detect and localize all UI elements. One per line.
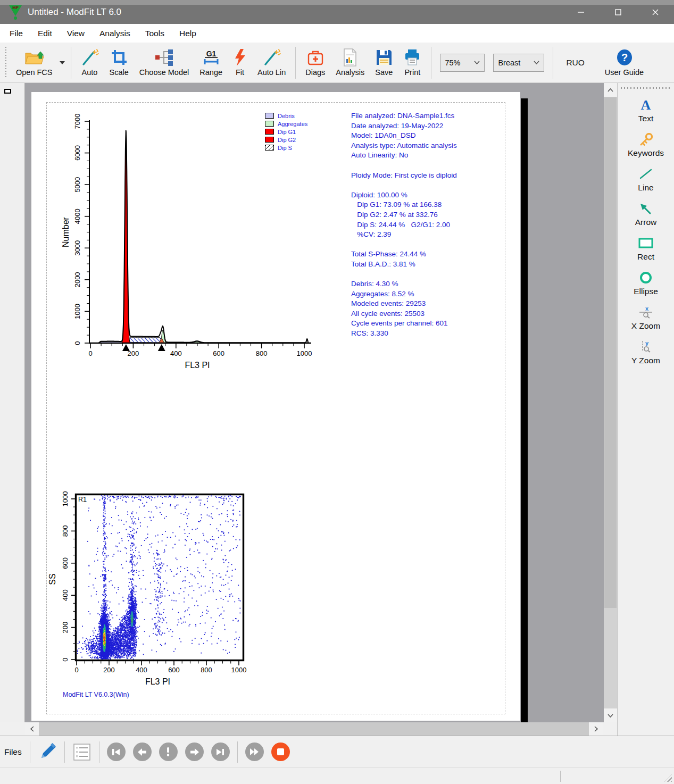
menu-analysis[interactable]: Analysis [92,24,138,43]
left-margin-strip [0,83,24,722]
svg-text:6000: 6000 [73,145,81,161]
first-aid-kit-icon [306,48,324,66]
stop-button[interactable] [271,743,290,761]
error-files-button[interactable] [159,743,178,761]
scroll-left-button[interactable] [25,722,39,736]
menu-file[interactable]: File [2,24,30,43]
vertical-scroll-thumb[interactable] [604,97,617,608]
scroll-down-button[interactable] [604,708,617,722]
model-type-select[interactable]: Breast [493,54,544,72]
choose-model-button[interactable]: Choose Model [134,44,195,81]
open-fcs-dropdown-arrow[interactable] [58,44,66,81]
line-icon [639,167,653,181]
svg-text:400: 400 [61,589,69,601]
scroll-right-button[interactable] [589,722,603,736]
svg-text:1000: 1000 [231,666,247,674]
tool-keywords[interactable]: Keywords [618,132,674,158]
y-zoom-icon: y [638,340,653,354]
tool-text[interactable]: A Text [618,98,674,123]
tool-arrow[interactable]: Arrow [618,202,674,227]
ellipse-icon [639,271,653,285]
tool-x-zoom[interactable]: x X Zoom [618,305,674,331]
status-divider [560,771,561,782]
file-list-button[interactable] [72,743,91,762]
last-file-button[interactable] [211,743,230,761]
modfit-app-icon: MF [9,4,22,20]
zoom-level-select[interactable]: 75% [440,54,485,72]
svg-text:600: 600 [61,557,69,569]
ss-scatter-plot: 0200400600800100002004006008001000SSFL3 … [48,487,258,691]
page-region-icon[interactable] [4,89,11,94]
menu-view[interactable]: View [60,24,92,43]
analysis-button[interactable]: Analysis [330,44,370,81]
svg-text:Number: Number [61,216,70,247]
diags-button[interactable]: Diags [300,44,330,81]
svg-text:MF: MF [12,5,19,10]
auto-advance-button[interactable] [245,743,264,761]
panel-grip [621,87,671,89]
svg-text:600: 600 [213,349,224,357]
svg-text:1000: 1000 [61,491,69,506]
svg-text:800: 800 [61,526,69,537]
svg-text:400: 400 [170,349,182,357]
x-zoom-icon: x [638,305,653,319]
magic-wand-icon [263,48,281,66]
chevron-down-icon [534,61,539,64]
vertical-scrollbar[interactable] [604,83,617,722]
minimize-button[interactable] [562,0,600,24]
open-fcs-button[interactable]: Open FCS [11,44,58,81]
tool-rect[interactable]: Rect [618,236,674,262]
tool-y-zoom[interactable]: y Y Zoom [618,340,674,365]
next-file-button[interactable] [185,743,204,761]
analysis-report-icon [343,48,357,66]
menu-bar: File Edit View Analysis Tools Help [0,24,674,43]
crop-scale-icon [111,48,128,66]
close-button[interactable] [637,0,674,24]
bottom-separator [64,741,65,763]
user-guide-button[interactable]: ? User Guide [600,44,649,81]
save-button[interactable]: Save [370,44,398,81]
tool-line[interactable]: Line [618,167,674,193]
range-button[interactable]: G1 Range [194,44,228,81]
svg-text:7000: 7000 [73,114,81,129]
svg-text:1000: 1000 [297,349,312,357]
svg-text:SS: SS [48,573,57,585]
auto-button[interactable]: Auto [76,44,104,81]
print-button[interactable]: Print [398,44,427,81]
svg-text:x: x [645,306,649,312]
histogram-legend: DebrisAggregatesDip G1Dip G2Dip S [265,112,307,152]
question-mark-icon: ? [616,48,633,66]
svg-text:800: 800 [256,349,268,357]
report-footer: ModFit LT V6.0.3(Win) [63,691,129,698]
svg-text:800: 800 [201,666,212,674]
toolbar-separator [553,47,553,79]
resize-grip[interactable] [664,774,672,782]
printer-icon [403,48,421,66]
maximize-button[interactable] [600,0,637,24]
scale-button[interactable]: Scale [104,44,134,81]
scrollbar-corner [603,722,617,736]
open-folder-icon [23,48,45,66]
edit-pencil-button[interactable] [38,743,57,762]
fit-button[interactable]: Fit [228,44,252,81]
previous-file-button[interactable] [133,743,152,761]
scroll-up-button[interactable] [604,83,617,97]
first-file-button[interactable] [107,743,126,761]
menu-tools[interactable]: Tools [138,24,172,43]
range-g1-icon: G1 [202,48,221,66]
svg-text:FL3 PI: FL3 PI [145,677,170,686]
floppy-disk-icon [376,48,393,66]
key-icon [638,132,653,146]
svg-text:5000: 5000 [73,177,81,193]
horizontal-scrollbar[interactable] [25,722,603,736]
svg-text:2000: 2000 [73,272,81,287]
status-bar [0,768,674,784]
svg-text:0: 0 [74,666,78,674]
auto-lin-button[interactable]: Auto Lin [252,44,291,81]
toolbar-separator [295,47,296,79]
window-title: Untitled - ModFit LT 6.0 [28,7,121,18]
tool-ellipse[interactable]: Ellipse [618,271,674,296]
app-window: MF Untitled - ModFit LT 6.0 File Edit Vi… [0,0,674,784]
menu-edit[interactable]: Edit [30,24,60,43]
menu-help[interactable]: Help [172,24,204,43]
